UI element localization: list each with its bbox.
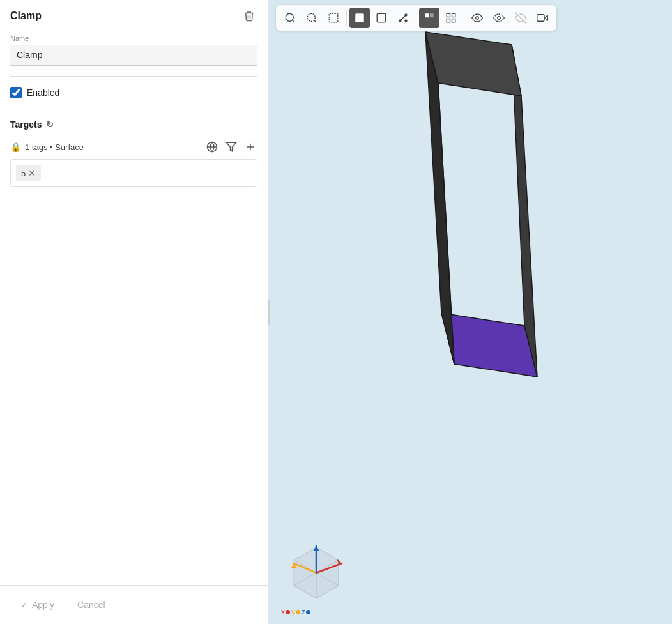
apply-label: Apply xyxy=(32,600,54,610)
panel-title: Clamp xyxy=(10,10,42,22)
targets-label: Targets ↻ xyxy=(10,119,54,130)
apply-button[interactable]: ✓ Apply xyxy=(10,595,65,615)
lock-icon: 🔒 xyxy=(10,142,21,152)
divider-1 xyxy=(10,76,257,77)
enabled-row: Enabled xyxy=(10,82,257,103)
name-field-group: Name xyxy=(10,34,257,66)
y-axis-label: y xyxy=(291,607,295,616)
tags-info-text: 1 tags • Surface xyxy=(25,142,84,152)
refresh-icon[interactable]: ↻ xyxy=(46,119,54,130)
name-input[interactable] xyxy=(10,45,257,66)
panel-body: Name Enabled Targets ↻ 🔒 1 tags • Surfac… xyxy=(0,29,268,585)
add-tag-button[interactable] xyxy=(243,140,257,154)
name-label: Name xyxy=(10,34,257,42)
cancel-button[interactable]: Cancel xyxy=(72,595,111,615)
targets-row: Targets ↻ xyxy=(10,114,257,136)
panel-footer: ✓ Apply Cancel xyxy=(0,585,268,624)
tag-chip-value: 5 xyxy=(21,169,26,178)
svg-marker-27 xyxy=(425,32,521,96)
tag-chip-container: 5 ✕ xyxy=(10,159,257,187)
tag-chip: 5 ✕ xyxy=(16,165,41,181)
chip-remove-button[interactable]: ✕ xyxy=(28,169,36,178)
divider-2 xyxy=(10,109,257,109)
tags-info-left: 🔒 1 tags • Surface xyxy=(10,142,84,152)
x-axis-label: x xyxy=(281,607,285,616)
axes-svg xyxy=(281,541,351,605)
panel-header: Clamp xyxy=(0,0,268,29)
3d-scene xyxy=(268,0,672,624)
enabled-label[interactable]: Enabled xyxy=(27,88,59,98)
z-axis-label: z xyxy=(302,607,305,616)
check-icon: ✓ xyxy=(20,600,28,610)
tags-info-row: 🔒 1 tags • Surface xyxy=(10,136,257,159)
delete-button[interactable] xyxy=(241,9,257,23)
viewport: x y z xyxy=(268,0,672,624)
globe-button[interactable] xyxy=(205,140,219,154)
drag-handle-visual xyxy=(268,300,270,325)
svg-marker-2 xyxy=(227,142,236,151)
svg-marker-24 xyxy=(441,313,537,377)
left-panel: Clamp Name Enabled Targets ↻ xyxy=(0,0,268,624)
panel-resize-handle[interactable] xyxy=(266,0,271,624)
enabled-checkbox[interactable] xyxy=(10,87,22,98)
tags-actions xyxy=(205,140,257,154)
axes-widget: x y z xyxy=(281,541,351,618)
filter-button[interactable] xyxy=(224,140,238,154)
